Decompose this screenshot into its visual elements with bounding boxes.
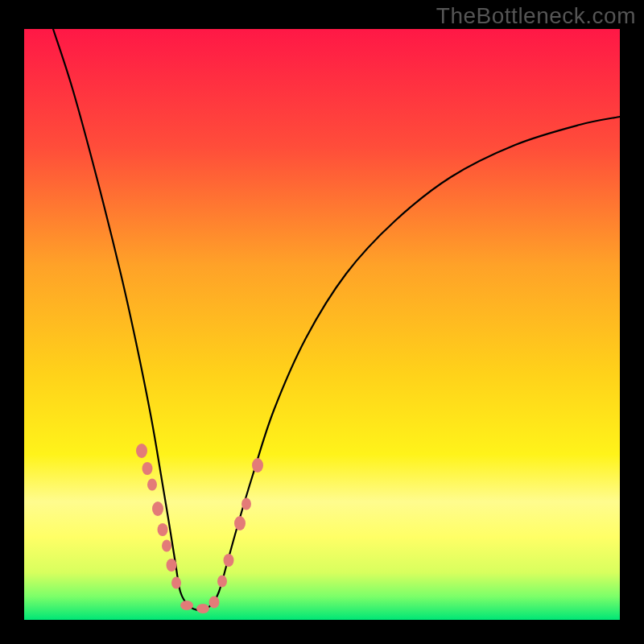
bead-marker (224, 554, 234, 567)
bead-marker (234, 516, 246, 530)
bead-marker (162, 540, 171, 552)
watermark-text: TheBottleneck.com (436, 3, 636, 29)
bead-marker (209, 597, 220, 609)
bead-marker (136, 444, 147, 458)
bottleneck-chart (0, 0, 644, 644)
bead-marker (142, 462, 153, 475)
stage: TheBottleneck.com (0, 0, 644, 644)
bead-marker (147, 479, 157, 491)
bead-marker (217, 576, 227, 588)
bead-marker (180, 601, 193, 610)
bead-marker (242, 498, 251, 510)
bead-marker (167, 559, 177, 572)
bead-marker (171, 577, 181, 589)
bead-marker (252, 458, 263, 473)
bead-marker (196, 604, 209, 613)
bead-marker (158, 523, 168, 536)
plot-background (24, 29, 620, 620)
bead-marker (152, 502, 163, 516)
